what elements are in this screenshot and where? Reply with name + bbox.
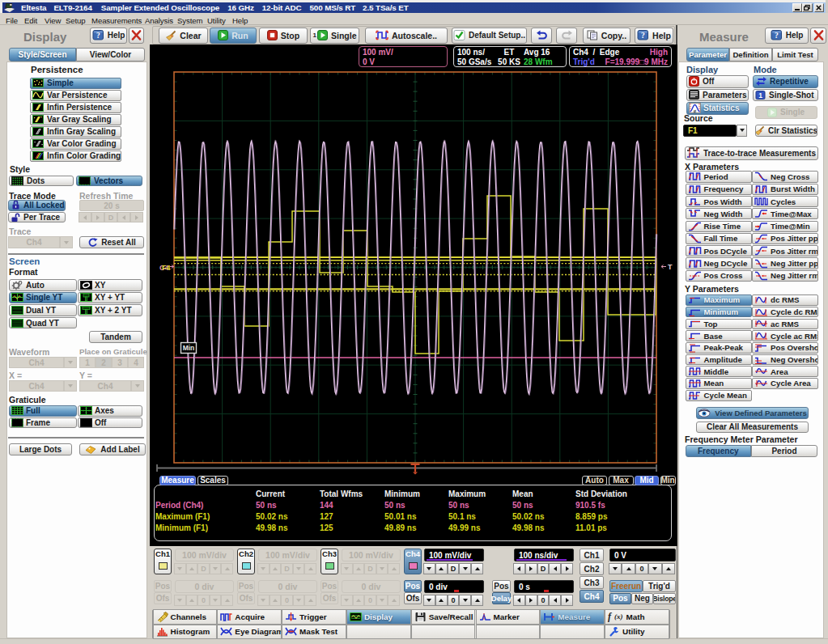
svg-text:T: T [668,263,673,271]
svg-text:F4: F4 [162,264,171,272]
svg-text:?: ? [641,32,645,40]
svg-text:?: ? [96,32,100,40]
svg-text:1: 1 [758,91,762,99]
svg-text:?: ? [775,32,779,40]
svg-text:Min: Min [183,344,195,352]
